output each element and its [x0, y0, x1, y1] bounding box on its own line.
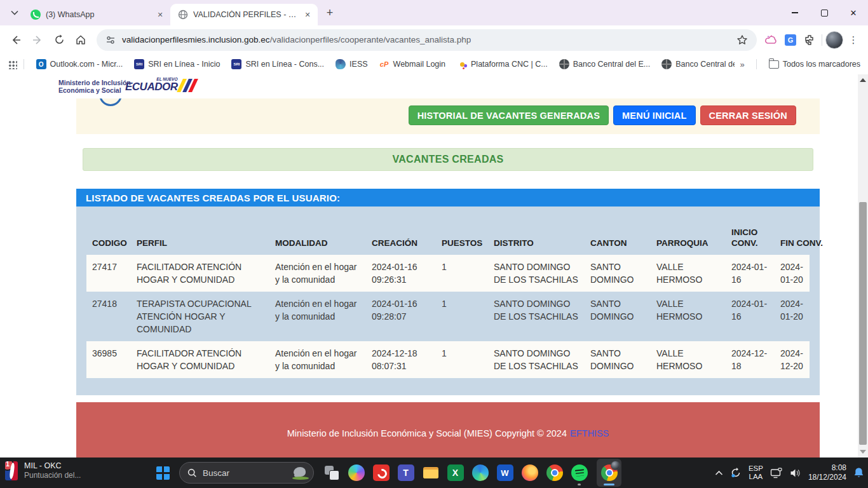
bookmark-label: Plataforma CNC | C... [471, 60, 548, 69]
bookmarks-overflow-icon[interactable]: » [740, 60, 744, 69]
forward-button[interactable] [27, 29, 48, 51]
minimize-button[interactable] [780, 0, 810, 25]
taskbar-app-firefox[interactable] [517, 459, 542, 487]
tab-search-button[interactable] [6, 4, 23, 21]
bookmark-label: Banco Central del E... [573, 60, 651, 69]
extensions-puzzle-icon[interactable] [800, 30, 819, 50]
bookmarks-bar: Outlook.com - Micr...SRI en Línea - Inic… [0, 54, 868, 74]
news-widget[interactable]: 1 MIL - OKC Puntuación del... [5, 461, 81, 480]
weather-extension-icon[interactable] [762, 30, 781, 50]
bookmark-item[interactable]: Banco Central del E... [559, 59, 651, 69]
edge-icon [472, 464, 489, 481]
browser-menu-icon[interactable]: ⋮ [844, 30, 863, 50]
volume-icon[interactable] [790, 468, 801, 478]
browser-tab-bar: (3) WhatsApp ✕ VALIDACIÓN PERFILES - MIE… [0, 0, 868, 25]
column-header-parroquia: PARROQUIA [651, 238, 726, 248]
search-highlight-elephant-icon [292, 465, 309, 480]
taskbar-app-excel[interactable] [443, 459, 468, 487]
ecuador-logo: EL NUEVO ECUADOR [125, 77, 195, 93]
tab-whatsapp[interactable]: (3) WhatsApp ✕ [23, 4, 170, 25]
bookmark-item[interactable]: IESS [336, 59, 368, 69]
reload-icon [54, 34, 65, 45]
bookmark-item[interactable]: Webmail Login [379, 59, 445, 69]
home-button[interactable] [70, 29, 92, 51]
translate-icon[interactable]: G [781, 30, 800, 50]
sri-icon [134, 59, 144, 69]
ministry-logo-line2: Económica y Social [58, 86, 131, 94]
cell-modalidad: Atención en el hogar y la comunidad [269, 297, 366, 336]
start-button[interactable] [151, 461, 174, 484]
taskbar-app-task-view[interactable] [319, 459, 344, 487]
divider [756, 59, 757, 69]
taskbar: 1 MIL - OKC Puntuación del... Buscar [0, 458, 868, 488]
word-icon [497, 464, 513, 481]
cell-inicio: 2024-01-16 [726, 297, 775, 336]
profile-avatar[interactable] [825, 30, 844, 50]
address-bar[interactable]: validacionperfilesmies.inclusion.gob.ec/… [97, 29, 757, 51]
taskbar-app-file-explorer[interactable] [418, 459, 443, 487]
close-tab-icon[interactable]: ✕ [155, 10, 165, 20]
language-line1: ESP [749, 464, 763, 473]
cell-codigo: 27417 [86, 261, 131, 286]
bookmark-label: Outlook.com - Micr... [50, 60, 123, 69]
cell-puestos: 1 [436, 347, 488, 372]
ministry-logo: Ministerio de Inclusión Económica y Soci… [58, 79, 131, 94]
reload-button[interactable] [48, 29, 70, 51]
bookmark-item[interactable]: Banco Central del E... [661, 59, 735, 69]
page-footer: Ministerio de Inclusión Económica y Soci… [76, 402, 820, 458]
bookmark-item[interactable]: Plataforma CNC | C... [457, 59, 548, 69]
taskbar-search[interactable]: Buscar [179, 462, 314, 484]
taskbar-app-pdf[interactable] [369, 459, 393, 487]
taskbar-app-chrome[interactable] [542, 459, 567, 487]
tab-validacion-perfiles[interactable]: VALIDACIÓN PERFILES - MIES ✕ [170, 4, 318, 25]
language-indicator[interactable]: ESP LAA [749, 464, 763, 481]
back-button[interactable] [5, 29, 27, 51]
cell-distrito: SANTO DOMINGO DE LOS TSACHILAS [488, 347, 585, 372]
taskbar-app-teams[interactable] [393, 459, 418, 487]
cast-display-icon[interactable] [770, 468, 783, 478]
new-tab-button[interactable]: + [322, 4, 338, 21]
taskbar-app-copilot[interactable] [344, 459, 369, 487]
taskbar-app-chrome-active[interactable] [597, 459, 621, 487]
scroll-up-arrow[interactable] [860, 78, 866, 82]
bookmark-item[interactable]: SRI en Línea - Cons... [231, 59, 324, 69]
notification-bell-icon[interactable] [853, 467, 864, 478]
table-row: 27417FACILITADOR ATENCIÓN HOGAR Y COMUNI… [86, 255, 810, 292]
footer-link[interactable]: EFTHISS [570, 428, 609, 438]
historial-vacantes-button[interactable]: HISTORIAL DE VACANTES GENERADAS [409, 105, 609, 125]
all-bookmarks-button[interactable]: Todos los marcadores [769, 60, 860, 69]
table-row: 36985FACILITADOR ATENCIÓN HOGAR Y COMUNI… [86, 341, 810, 378]
divider [24, 59, 24, 69]
apps-grid-icon[interactable] [8, 60, 17, 69]
cell-codigo: 36985 [86, 347, 131, 372]
scroll-down-arrow[interactable] [860, 450, 866, 454]
bookmark-item[interactable]: Outlook.com - Micr... [36, 59, 123, 69]
copilot-icon [348, 464, 365, 481]
nba-logo-icon: 1 [5, 461, 18, 480]
cell-parroquia: VALLE HERMOSO [651, 297, 726, 336]
menu-inicial-button[interactable]: MENÚ INICIAL [613, 105, 695, 125]
cell-inicio: 2024-01-16 [726, 261, 775, 286]
bookmark-label: SRI en Línea - Cons... [245, 60, 324, 69]
taskbar-app-edge[interactable] [468, 459, 492, 487]
taskbar-clock[interactable]: 8:08 18/12/2024 [808, 463, 846, 482]
cnc-icon [457, 59, 467, 69]
taskbar-app-word[interactable] [492, 459, 517, 487]
bookmark-item[interactable]: SRI en Línea - Inicio [134, 59, 220, 69]
forward-icon [32, 34, 43, 46]
cerrar-sesion-button[interactable]: CERRAR SESIÓN [700, 105, 796, 125]
close-window-button[interactable]: ✕ [839, 0, 868, 25]
scrollbar-thumb[interactable] [859, 202, 867, 445]
cell-perfil: FACILITADOR ATENCIÓN HOGAR Y COMUNIDAD [131, 347, 269, 372]
widget-subtitle: Puntuación del... [24, 471, 81, 480]
scrollbar[interactable] [858, 74, 868, 458]
bookmark-star-icon[interactable] [736, 34, 748, 46]
taskbar-app-spotify[interactable] [567, 459, 592, 487]
site-info-icon[interactable] [105, 35, 116, 45]
tray-chevron-up-icon[interactable] [715, 470, 723, 476]
maximize-button[interactable] [810, 0, 839, 25]
close-tab-icon[interactable]: ✕ [302, 10, 313, 20]
url-path: /validacionperfiles/cooperante/vacantes_… [270, 35, 471, 44]
sync-icon[interactable] [730, 467, 742, 478]
taskbar-center: Buscar [151, 458, 621, 488]
